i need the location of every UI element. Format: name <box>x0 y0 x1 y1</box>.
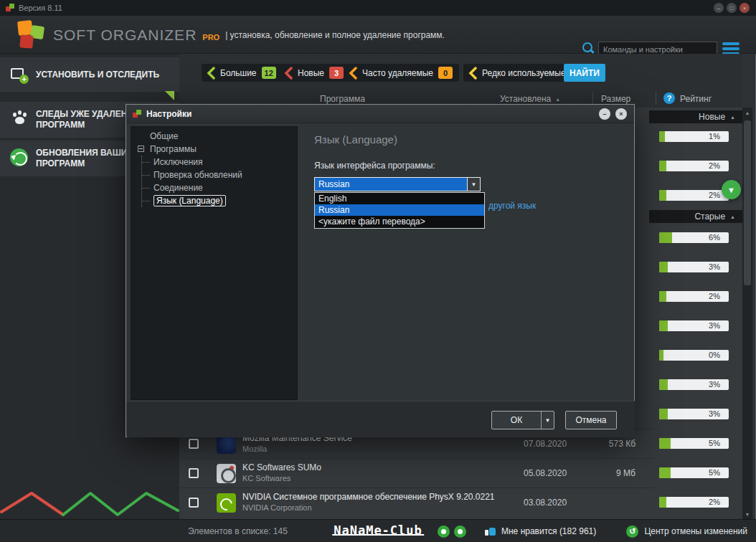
app-title-group: SOFT ORGANIZER PRO | установка, обновлен… <box>53 16 445 54</box>
rating-label: 1% <box>709 132 720 141</box>
rating-section-new[interactable]: Новые ▲ <box>649 110 742 123</box>
row-checkbox[interactable] <box>189 439 199 449</box>
filter-chip-rarely-used[interactable]: Редко используемые <box>463 64 572 82</box>
combobox-dropdown-icon[interactable]: ▼ <box>467 178 480 191</box>
find-button[interactable]: НАЙТИ <box>564 64 605 82</box>
chevron-left-icon <box>207 67 215 80</box>
rating-bar: 2% <box>659 161 729 171</box>
filter-chip-large[interactable]: Большие 12 <box>202 64 283 82</box>
ok-button[interactable]: ОК ▼ <box>491 411 554 429</box>
app-name: SOFT ORGANIZER <box>53 27 197 44</box>
table-row[interactable]: KC Softwares SUMo KC Softwares 05.08.202… <box>179 458 654 488</box>
rating-bar: 3% <box>659 262 729 272</box>
dialog-close-button[interactable]: × <box>615 108 627 120</box>
column-header-size[interactable]: Размер <box>601 94 630 104</box>
items-count-label: Элементов в списке: 145 <box>188 520 288 542</box>
install-box-icon <box>10 66 29 83</box>
language-combobox[interactable]: Russian ▼ <box>314 177 481 191</box>
scrollbar-down-arrow[interactable]: ▼ <box>742 509 752 519</box>
rating-label: 2% <box>709 161 720 170</box>
program-size: 9 Мб <box>616 468 635 478</box>
rating-bar: 5% <box>659 438 729 449</box>
undo-icon: ↺ <box>626 526 638 538</box>
tree-item-general[interactable]: Общие <box>131 130 297 143</box>
sort-arrow-icon: ▲ <box>555 97 560 102</box>
filter-chip-new[interactable]: Новые 3 <box>279 64 350 82</box>
cancel-button[interactable]: Отмена <box>565 411 617 429</box>
rating-bar: 2% <box>659 190 729 201</box>
program-name: NVIDIA Системное программное обеспечение… <box>242 492 495 502</box>
search-icon[interactable] <box>582 42 595 54</box>
rating-label: 2% <box>709 498 720 506</box>
column-separator <box>592 92 593 105</box>
dropdown-option-english[interactable]: English <box>315 193 484 204</box>
tree-item-connection[interactable]: Соединение <box>142 181 297 194</box>
filter-chip-often-removed[interactable]: Часто удаляемые 0 <box>344 64 459 82</box>
scrollbar-up-arrow[interactable]: ▲ <box>742 108 752 118</box>
sidebar-item-label: УСТАНОВИТЬ И ОТСЛЕДИТЬ <box>36 57 159 92</box>
window-maximize-button[interactable]: □ <box>727 3 737 13</box>
app-header: SOFT ORGANIZER PRO | установка, обновлен… <box>0 16 756 54</box>
rating-bar: 5% <box>659 467 729 478</box>
dialog-title: Настройки <box>146 105 192 123</box>
tree-children: Исключения Проверка обновлений Соединени… <box>141 156 297 207</box>
help-question-icon[interactable]: ? <box>663 92 675 104</box>
program-vendor: NVIDIA Corporation <box>242 503 312 512</box>
app-window: Версия 8.11 – □ × SOFT ORGANIZER PRO | у… <box>0 0 756 542</box>
rating-bar: 2% <box>659 497 729 508</box>
rating-bar: 0% <box>659 350 729 361</box>
column-header-program[interactable]: Программа <box>179 94 506 104</box>
status-icon-2[interactable] <box>454 526 466 538</box>
row-checkbox[interactable] <box>189 498 199 508</box>
rating-label: 2% <box>709 191 720 199</box>
dialog-icon <box>133 110 142 119</box>
ok-dropdown-icon[interactable]: ▼ <box>542 417 554 424</box>
column-header-rating[interactable]: Рейтинг <box>680 94 712 104</box>
dialog-titlebar[interactable]: Настройки – × <box>126 105 634 123</box>
filter-count-badge: 3 <box>329 67 344 79</box>
program-vendor: KC Softwares <box>242 474 290 482</box>
rating-bar: 6% <box>659 232 729 243</box>
thumbs-up-icon <box>485 526 496 536</box>
dropdown-option-russian[interactable]: Russian <box>315 204 484 216</box>
dialog-minimize-button[interactable]: – <box>599 108 610 120</box>
translate-link[interactable]: другой язык <box>488 201 536 211</box>
rating-bar: 1% <box>659 131 729 142</box>
undo-center-link[interactable]: ↺ Центр отмены изменений <box>626 520 747 542</box>
paw-icon <box>11 110 30 127</box>
dropdown-option-file[interactable]: <укажите файл перевода> <box>315 216 484 227</box>
table-row[interactable]: NVIDIA Системное программное обеспечение… <box>179 488 654 517</box>
window-close-button[interactable]: × <box>740 3 750 13</box>
collapse-icon[interactable] <box>138 146 144 152</box>
row-checkbox[interactable] <box>189 468 199 478</box>
column-separator <box>656 92 656 105</box>
rating-fill <box>659 161 666 171</box>
tree-item-exclusions[interactable]: Исключения <box>142 156 297 168</box>
vertical-scrollbar[interactable]: ▲ ▼ <box>742 108 752 519</box>
window-minimize-button[interactable]: – <box>714 3 724 13</box>
mozilla-app-icon <box>217 434 236 454</box>
scroll-to-new-button[interactable]: ▼ <box>722 180 741 199</box>
rating-section-old[interactable]: Старые ▲ <box>649 210 742 223</box>
filter-count-badge: 12 <box>262 67 276 79</box>
like-link[interactable]: Мне нравится (182 961) <box>501 520 596 542</box>
rating-fill <box>659 131 665 142</box>
rating-fill <box>659 262 668 272</box>
sidebar-item-install[interactable]: УСТАНОВИТЬ И ОТСЛЕДИТЬ <box>0 57 179 92</box>
program-size: 573 Кб <box>609 439 635 449</box>
rating-label: 3% <box>709 262 720 271</box>
rating-fill <box>659 190 666 201</box>
tree-item-programs[interactable]: Программы <box>131 143 297 156</box>
app-logo-icon <box>16 19 47 51</box>
combobox-value: Russian <box>315 178 467 191</box>
update-icon <box>10 148 28 166</box>
status-icon-1[interactable] <box>438 526 450 538</box>
scrollbar-thumb[interactable] <box>744 120 751 285</box>
column-header-installed[interactable]: Установлена ▲ <box>500 94 560 104</box>
window-title: Версия 8.11 <box>19 0 62 16</box>
tree-item-language[interactable]: Язык (Language) <box>142 194 297 207</box>
language-field-label: Язык интерфейса программы: <box>314 161 435 171</box>
sidebar-item-label: ОБНОВЛЕНИЯ ВАШИХ ПРОГРАММ <box>36 148 133 169</box>
tree-item-update-check[interactable]: Проверка обновлений <box>142 168 297 181</box>
rating-fill <box>659 320 668 331</box>
